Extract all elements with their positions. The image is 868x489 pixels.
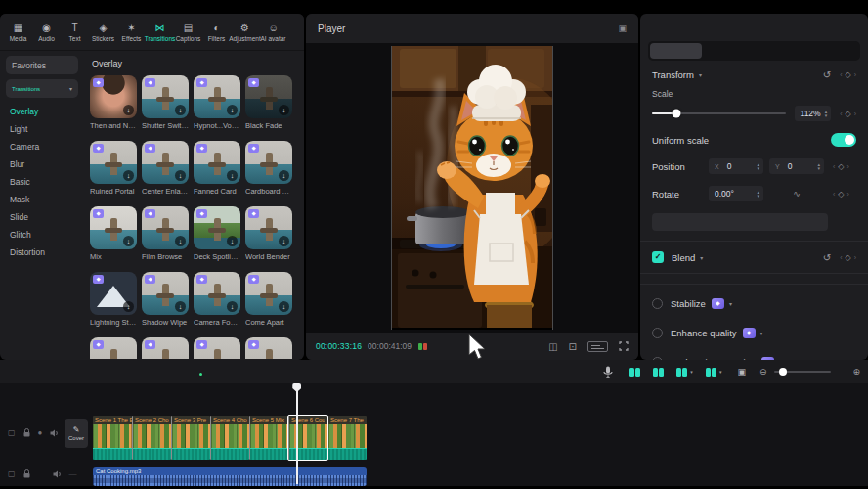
subtab-retouch[interactable] <box>806 43 858 59</box>
auto-ripple-toggle-icon[interactable]: ▾ <box>706 368 722 377</box>
position-x-field[interactable]: X 0 ▴▾ <box>709 158 763 174</box>
subtab-mask[interactable] <box>755 43 806 59</box>
transform-keyframe-control[interactable]: ‹◇› <box>840 70 856 79</box>
preview-focus-icon[interactable]: ⊡ <box>569 341 577 352</box>
sidebar-item-light[interactable]: Light ▾ <box>0 120 84 138</box>
transition-card[interactable]: ◆ ↓ Fanned Card <box>194 141 240 196</box>
track-collapse-dash[interactable]: — <box>69 469 77 478</box>
clip-scene-3[interactable]: Scene 3 Pre <box>171 416 210 460</box>
transition-card[interactable]: ◆ ↓ Black Fade <box>245 75 292 130</box>
preview-window-icon[interactable]: ▣ <box>737 367 746 377</box>
lock-track-icon[interactable] <box>23 469 30 478</box>
transition-card[interactable]: ◆ ↓ Shadow Wipe <box>142 272 189 327</box>
playhead[interactable] <box>296 383 298 484</box>
zoom-in-icon[interactable]: ⊕ <box>852 367 860 377</box>
zoom-out-icon[interactable]: ⊖ <box>760 367 767 377</box>
quality-selector[interactable] <box>587 341 608 352</box>
panel-layout-icon[interactable]: ▣ <box>618 23 627 33</box>
transition-card[interactable]: ◆ ↓ <box>142 337 189 359</box>
sidebar-item-glitch[interactable]: Glitch ▾ <box>0 226 84 244</box>
position-y-stepper[interactable]: ▴▾ <box>817 162 820 170</box>
sidebar-item-transitions[interactable]: Transitions ▾ <box>6 79 78 98</box>
tool-transitions[interactable]: ⋈ Transitions <box>146 22 174 42</box>
transition-card[interactable]: ◆ ↓ Shutter Switch <box>142 75 189 130</box>
tool-ai-avatar[interactable]: ☺ AI avatar <box>259 22 287 42</box>
sidebar-item-basic[interactable]: Basic ▾ <box>0 173 84 191</box>
clip-scene-1[interactable]: Scene 1 The E <box>93 416 132 460</box>
transition-card[interactable]: ◆ ↓ World Bender <box>245 206 292 261</box>
tool-stickers[interactable]: ◈ Stickers <box>89 22 117 42</box>
preview-axis-toggle-icon[interactable]: ▾ <box>676 368 693 377</box>
sidebar-item-overlay[interactable]: Overlay ▾ <box>0 103 84 120</box>
mute-track-icon[interactable] <box>50 429 59 437</box>
position-keyframe-control[interactable]: ‹◇› <box>833 162 849 171</box>
tool-captions[interactable]: ▤ Captions <box>174 22 202 42</box>
video-frame[interactable] <box>391 46 553 330</box>
feature-checkbox[interactable] <box>652 328 663 338</box>
scale-slider[interactable] <box>652 112 786 114</box>
uniform-scale-toggle[interactable] <box>831 133 856 147</box>
position-y-field[interactable]: Y 0 ▴▾ <box>769 158 824 174</box>
feature-checkbox[interactable] <box>652 298 663 309</box>
magnet-toggle-icon[interactable]: ▾ <box>629 368 640 377</box>
chevron-down-icon[interactable]: ▾ <box>760 330 763 336</box>
cover-button[interactable]: ✎ Cover <box>65 419 88 448</box>
tool-text[interactable]: T Text <box>61 22 89 42</box>
blend-checkbox[interactable]: ✓ <box>652 251 664 263</box>
transition-card[interactable]: ◆ ↓ Mix <box>90 206 137 261</box>
tool-adjustment[interactable]: ⚙ Adjustment <box>231 22 259 42</box>
timeline-zoom-slider[interactable] <box>774 371 831 373</box>
blend-keyframe-control[interactable]: ‹◇› <box>840 253 856 262</box>
reset-blend-icon[interactable]: ↺ <box>823 252 831 263</box>
transition-card[interactable]: ◆ ↓ <box>245 337 292 359</box>
transition-card[interactable]: ◆ ↓ Come Apart <box>245 272 292 327</box>
transition-card[interactable]: ◆ ↓ Center Enlarge <box>142 141 189 196</box>
voiceover-mic-icon[interactable] <box>603 366 613 378</box>
clip-scene-5[interactable]: Scene 5 Mix <box>249 416 288 460</box>
track-thumbnail-icon[interactable]: ▢ <box>8 428 16 437</box>
subtab-remove-bg[interactable] <box>702 43 754 59</box>
hide-track-icon[interactable]: ● <box>38 428 43 437</box>
sidebar-item-camera[interactable]: Camera ▾ <box>0 138 84 156</box>
lock-track-icon[interactable] <box>23 428 30 437</box>
position-x-stepper[interactable]: ▴▾ <box>757 162 760 170</box>
chevron-down-icon[interactable]: ▾ <box>700 254 703 261</box>
chevron-down-icon[interactable]: ▾ <box>729 300 732 307</box>
transition-card[interactable]: ◆ ↓ <box>194 337 240 359</box>
subtab-basic[interactable] <box>650 43 702 59</box>
transition-card[interactable]: ◆ ↓ Ruined Portal <box>90 141 137 196</box>
aspect-ratio-icon[interactable]: ◫ <box>548 341 557 352</box>
audio-clip[interactable]: Cat Cooking.mp3 <box>93 467 367 486</box>
rotate-stepper[interactable]: ▴▾ <box>757 190 760 198</box>
track-thumbnail-icon[interactable]: ▢ <box>8 469 16 478</box>
transition-card[interactable]: ◆ ↓ Deck Spotlight <box>194 206 240 261</box>
transition-card[interactable]: ◆ ↓ Lightning Strike <box>90 272 137 327</box>
transition-card[interactable]: ◆ ↓ Hypnot...Vortex <box>194 75 240 130</box>
transition-card[interactable]: ◆ ↓ <box>90 337 137 359</box>
transition-card[interactable]: ◆ ↓ Cardboard Fan <box>245 141 292 196</box>
scale-stepper[interactable]: ▴▾ <box>825 110 828 117</box>
reset-transform-icon[interactable]: ↺ <box>823 69 831 80</box>
transition-card[interactable]: ◆ ↓ Camera Focus <box>194 272 240 327</box>
transition-card[interactable]: ◆ ↓ Film Browse <box>142 206 189 261</box>
sidebar-item-favorites[interactable]: Favorites ▾ <box>6 56 78 74</box>
clip-scene-4[interactable]: Scene 4 Cho <box>210 416 249 460</box>
tool-media[interactable]: ▦ Media <box>4 22 32 42</box>
sidebar-item-distortion[interactable]: Distortion ▾ <box>0 244 84 261</box>
link-toggle-icon[interactable]: ▾ <box>653 368 664 377</box>
sidebar-item-blur[interactable]: Blur ▾ <box>0 156 84 173</box>
sidebar-item-mask[interactable]: Mask ▾ <box>0 191 84 208</box>
clip-scene-2[interactable]: Scene 2 Cho <box>132 416 171 460</box>
mute-track-icon[interactable] <box>53 470 62 478</box>
rotate-keyframe-control[interactable]: ‹◇› <box>833 190 849 199</box>
chevron-down-icon[interactable]: ▾ <box>699 71 702 78</box>
fullscreen-icon[interactable] <box>619 341 629 351</box>
clip-scene-7[interactable]: Scene 7 The <box>327 416 367 460</box>
tool-audio[interactable]: ◉ Audio <box>32 22 61 42</box>
tool-filters[interactable]: ◐ Filters <box>202 22 231 42</box>
scale-keyframe-control[interactable]: ‹◇› <box>840 110 856 118</box>
scale-value-field[interactable]: 112% ▴▾ <box>795 106 832 121</box>
rotate-dial-icon[interactable]: ∿ <box>769 189 824 199</box>
rotate-value-field[interactable]: 0.00° ▴▾ <box>709 186 763 201</box>
clip-scene-6[interactable]: Scene 6 Cou <box>288 416 327 460</box>
